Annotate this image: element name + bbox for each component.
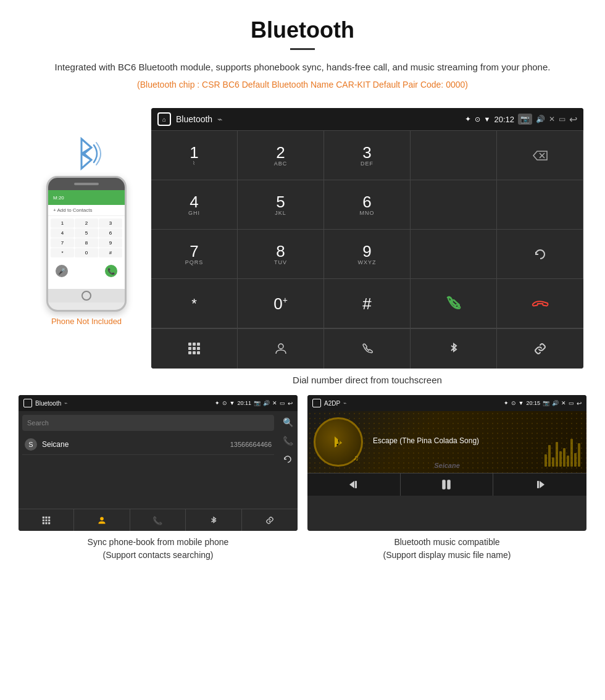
dial-empty-4 <box>411 230 497 279</box>
pb-signal-icon: ▼ <box>230 400 235 406</box>
seicane-watermark: Seicane <box>434 462 460 469</box>
svg-rect-16 <box>48 517 50 519</box>
phone-call-icon[interactable]: 📞 <box>105 265 117 277</box>
svg-rect-20 <box>42 522 44 524</box>
contact-name: Seicane <box>42 440 225 449</box>
usb-icon: ⌁ <box>217 114 222 124</box>
phone-key-5[interactable]: 5 <box>75 228 98 238</box>
phone-key-0[interactable]: 0 <box>75 248 98 257</box>
phone-key-3[interactable]: 3 <box>99 219 122 228</box>
phone-key-4[interactable]: 4 <box>51 228 74 238</box>
phone-key-hash[interactable]: # <box>99 248 122 257</box>
bluetooth-status-icon: ✦ <box>465 115 471 123</box>
svg-rect-21 <box>45 522 47 524</box>
bluetooth-specs: (Bluetooth chip : CSR BC6 Default Blueto… <box>37 80 568 90</box>
music-screen-name: A2DP <box>324 400 340 407</box>
music-status-right: ✦ ⊙ ▼ 20:15 📷 🔊 ✕ ▭ ↩ <box>504 400 582 407</box>
nav-dialpad[interactable] <box>151 329 238 369</box>
music-home-icon[interactable] <box>312 399 321 407</box>
dial-key-6[interactable]: 6 MNO <box>324 180 411 230</box>
dial-key-7[interactable]: 7 PQRS <box>151 230 238 279</box>
pb-nav-link[interactable] <box>242 509 298 531</box>
x-icon[interactable]: ✕ <box>549 115 555 123</box>
dial-call-red[interactable] <box>497 279 583 328</box>
nav-bluetooth[interactable] <box>411 329 497 369</box>
contact-letter: S <box>25 438 37 451</box>
dial-key-9[interactable]: 9 WXYZ <box>324 230 411 279</box>
phone-key-1[interactable]: 1 <box>51 219 74 228</box>
pb-nav-bluetooth[interactable] <box>186 509 241 531</box>
phonebook-search-bar[interactable]: Search <box>22 415 274 431</box>
phone-key-2[interactable]: 2 <box>75 219 98 228</box>
dial-call-green[interactable] <box>411 279 497 328</box>
dial-backspace[interactable] <box>497 131 583 180</box>
phonebook-status-right: ✦ ⊙ ▼ 20:11 📷 🔊 ✕ ▭ ↩ <box>215 400 293 407</box>
phone-home-button[interactable] <box>81 291 91 301</box>
nav-phone[interactable] <box>324 329 411 369</box>
dial-key-hash[interactable]: # <box>324 279 411 328</box>
dial-key-0[interactable]: 0+ <box>238 279 324 328</box>
dial-key-1[interactable]: 1 ⌇ <box>151 131 238 180</box>
dialpad: 1 ⌇ 2 ABC 3 DEF <box>151 130 583 328</box>
phonebook-home-icon[interactable] <box>23 399 32 407</box>
phonebook-panel: Bluetooth ⌁ ✦ ⊙ ▼ 20:11 📷 🔊 ✕ ▭ ↩ <box>19 395 298 562</box>
nav-contacts[interactable] <box>238 329 324 369</box>
top-section: M:20 + Add to Contacts 1 2 3 4 5 6 7 8 9… <box>0 108 605 395</box>
contact-row[interactable]: S Seicane 13566664466 <box>22 435 274 455</box>
music-content: ♪ ♫ Escape (The Pina Colada Song) Seican… <box>307 411 586 473</box>
phone-key-6[interactable]: 6 <box>99 228 122 238</box>
phone-key-star[interactable]: * <box>51 248 74 257</box>
svg-marker-24 <box>349 481 354 488</box>
music-usb-icon: ⌁ <box>343 400 346 406</box>
dial-refresh[interactable] <box>497 230 583 279</box>
svg-rect-26 <box>443 480 445 489</box>
music-prev-track[interactable] <box>307 473 401 496</box>
phone-key-7[interactable]: 7 <box>51 238 74 248</box>
volume-icon[interactable]: 🔊 <box>536 115 545 123</box>
pb-side-phone-icon[interactable]: 📞 <box>283 436 293 446</box>
android-screen-dialpad: ⌂ Bluetooth ⌁ ✦ ⊙ ▼ 20:12 📷 🔊 ✕ ▭ ↩ <box>151 108 583 369</box>
back-icon[interactable]: ↩ <box>569 114 577 125</box>
phone-mockup: M:20 + Add to Contacts 1 2 3 4 5 6 7 8 9… <box>46 176 127 312</box>
svg-rect-27 <box>448 480 450 489</box>
dial-key-8[interactable]: 8 TUV <box>238 230 324 279</box>
status-right: ✦ ⊙ ▼ 20:12 📷 🔊 ✕ ▭ ↩ <box>465 114 577 125</box>
phonebook-usb-icon: ⌁ <box>64 400 67 406</box>
music-album-art: ♪ ♫ <box>314 417 363 467</box>
pb-nav-dialpad[interactable] <box>19 509 74 531</box>
search-placeholder: Search <box>27 419 49 427</box>
pb-nav-person[interactable] <box>74 509 130 531</box>
pb-side-refresh-icon[interactable] <box>283 454 293 466</box>
camera-icon[interactable]: 📷 <box>518 114 532 125</box>
location-icon: ⊙ <box>475 115 480 123</box>
mu-bt-icon: ✦ <box>504 400 509 406</box>
screen-name-label: Bluetooth <box>176 114 212 124</box>
svg-rect-12 <box>197 351 200 354</box>
dial-key-4[interactable]: 4 GHI <box>151 180 238 230</box>
phonebook-content-area: Search S Seicane 13566664466 🔍 📞 <box>19 411 298 509</box>
window-icon[interactable]: ▭ <box>559 115 565 123</box>
mu-time: 20:15 <box>526 400 540 406</box>
dial-key-3[interactable]: 3 DEF <box>324 131 411 180</box>
dial-key-5[interactable]: 5 JKL <box>238 180 324 230</box>
phonebook-main: Search S Seicane 13566664466 <box>19 411 278 509</box>
phone-area: M:20 + Add to Contacts 1 2 3 4 5 6 7 8 9… <box>22 108 151 326</box>
title-divider <box>290 48 315 50</box>
phone-key-8[interactable]: 8 <box>75 238 98 248</box>
main-screen: ⌂ Bluetooth ⌁ ✦ ⊙ ▼ 20:12 📷 🔊 ✕ ▭ ↩ <box>151 108 583 395</box>
nav-link[interactable] <box>497 329 583 369</box>
home-icon[interactable]: ⌂ <box>157 112 171 126</box>
dial-key-star[interactable]: * <box>151 279 238 328</box>
phone-key-9[interactable]: 9 <box>99 238 122 248</box>
phonebook-status-bar: Bluetooth ⌁ ✦ ⊙ ▼ 20:11 📷 🔊 ✕ ▭ ↩ <box>19 395 298 411</box>
dial-key-2[interactable]: 2 ABC <box>238 131 324 180</box>
pb-nav-phone[interactable]: 📞 <box>130 509 186 531</box>
music-status-left: A2DP ⌁ <box>312 399 346 407</box>
mu-loc-icon: ⊙ <box>511 400 516 406</box>
music-status-bar: A2DP ⌁ ✦ ⊙ ▼ 20:15 📷 🔊 ✕ ▭ ↩ <box>307 395 586 411</box>
music-next-track[interactable] <box>493 473 586 496</box>
svg-rect-17 <box>42 519 44 521</box>
music-play-pause[interactable] <box>401 473 494 496</box>
phone-bottom-bar <box>48 289 125 302</box>
pb-side-search-icon[interactable]: 🔍 <box>283 417 293 427</box>
